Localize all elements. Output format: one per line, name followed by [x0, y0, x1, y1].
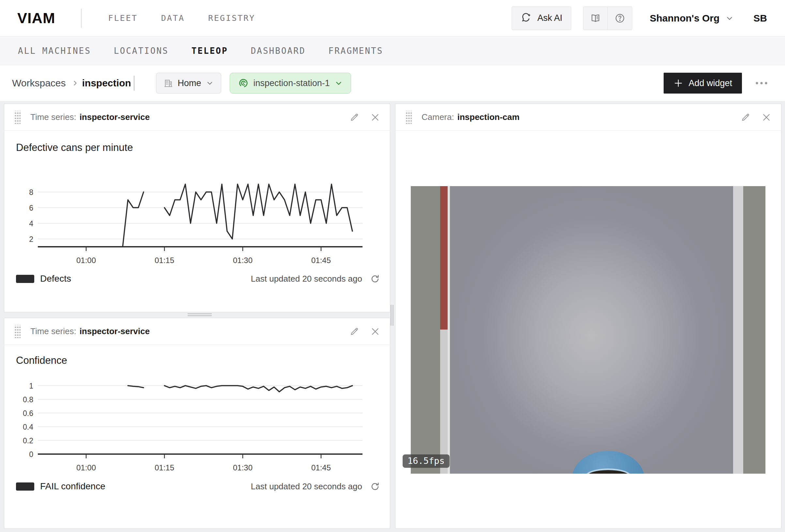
workspace-toolbar: Workspaces inspection Home: [0, 65, 785, 101]
widget-header: Camera: inspection-cam: [396, 104, 781, 131]
overflow-menu-button[interactable]: [755, 81, 768, 85]
svg-text:0.6: 0.6: [23, 409, 33, 418]
close-widget-button[interactable]: [370, 327, 380, 337]
pencil-icon: [349, 112, 359, 122]
widget-source-name: inspection-cam: [457, 112, 520, 122]
edit-widget-button[interactable]: [741, 112, 751, 122]
add-widget-button[interactable]: Add widget: [664, 73, 742, 94]
svg-text:6: 6: [29, 204, 33, 212]
drag-handle-icon[interactable]: [14, 325, 21, 338]
location-selector-button[interactable]: Home: [156, 73, 221, 94]
edit-widget-button[interactable]: [349, 112, 359, 122]
add-widget-label: Add widget: [688, 78, 732, 88]
camera-widget: Camera: inspection-cam: [395, 104, 781, 529]
nav-registry[interactable]: REGISTRY: [208, 14, 255, 23]
light-guide-stripe: [440, 329, 448, 474]
chevron-down-icon: [725, 14, 734, 23]
chart-title: Defective cans per minute: [16, 142, 133, 154]
svg-text:0.8: 0.8: [23, 395, 33, 404]
svg-text:1: 1: [29, 382, 33, 390]
edit-widget-button[interactable]: [349, 327, 359, 337]
right-edge-line: [733, 186, 743, 474]
pencil-icon: [349, 327, 359, 337]
conveyor-surface: [450, 186, 733, 474]
left-edge-line: [448, 186, 450, 474]
tab-all-machines[interactable]: ALL MACHINES: [18, 46, 91, 56]
help-button[interactable]: [608, 7, 632, 30]
machine-online-icon: [238, 78, 249, 89]
widget-type-label: Time series:: [30, 326, 76, 337]
close-icon: [370, 327, 380, 337]
refresh-icon: [370, 481, 380, 491]
ask-ai-button[interactable]: Ask AI: [512, 6, 571, 30]
svg-text:01:45: 01:45: [311, 256, 331, 265]
org-name: Shannon's Org: [650, 13, 720, 24]
svg-text:01:45: 01:45: [311, 463, 331, 472]
tab-dashboard[interactable]: DASHBOARD: [251, 46, 306, 56]
legend-swatch: [16, 275, 34, 283]
refresh-icon: [370, 274, 380, 284]
machine-name: inspection-station-1: [254, 78, 330, 88]
docs-button[interactable]: [583, 7, 608, 30]
svg-text:0.4: 0.4: [23, 423, 33, 431]
camera-feed-image: [411, 186, 765, 474]
machine-selector-chip[interactable]: inspection-station-1: [230, 73, 351, 94]
pencil-icon: [741, 112, 751, 122]
help-button-group: [583, 6, 632, 30]
user-avatar[interactable]: SB: [753, 13, 767, 24]
timeseries-widget-defects: Time series: inspector-service Defective…: [4, 104, 390, 312]
primary-nav: FLEET DATA REGISTRY: [108, 14, 255, 23]
defects-line-chart: 246801:0001:1501:3001:45: [4, 172, 390, 270]
refresh-button[interactable]: [370, 481, 380, 491]
svg-text:0: 0: [29, 450, 33, 459]
last-updated-text: Last updated 20 seconds ago: [251, 274, 362, 284]
top-right-controls: Ask AI: [512, 6, 767, 30]
workspace-name-caret: [134, 76, 134, 90]
drag-handle-icon[interactable]: [405, 111, 412, 124]
chevron-right-icon: [71, 79, 79, 87]
close-icon: [761, 112, 771, 122]
svg-text:01:00: 01:00: [76, 463, 96, 472]
widget-source-name: inspector-service: [80, 326, 150, 337]
refresh-button[interactable]: [370, 274, 380, 284]
workspace-name[interactable]: inspection: [82, 78, 131, 89]
building-icon: [163, 78, 173, 88]
svg-text:01:30: 01:30: [233, 463, 253, 472]
breadcrumb-workspaces[interactable]: Workspaces: [12, 78, 66, 89]
nav-fleet[interactable]: FLEET: [108, 14, 138, 23]
conveyor-left-rail: [411, 186, 440, 474]
chevron-down-icon: [334, 79, 343, 87]
tab-teleop[interactable]: TELEOP: [192, 46, 228, 56]
row-resize-handle[interactable]: [187, 313, 212, 316]
svg-text:0.2: 0.2: [23, 436, 33, 445]
fleet-subnav: ALL MACHINES LOCATIONS TELEOP DASHBOARD …: [0, 37, 785, 65]
viam-logo[interactable]: VIAM: [17, 10, 55, 27]
chart-title: Confidence: [16, 355, 67, 366]
tab-locations[interactable]: LOCATIONS: [114, 46, 169, 56]
close-widget-button[interactable]: [761, 112, 771, 122]
org-switcher[interactable]: Shannon's Org: [650, 13, 734, 24]
open-book-icon: [590, 13, 601, 24]
legend-swatch: [16, 482, 34, 490]
legend-row: Defects Last updated 20 seconds ago: [16, 273, 380, 284]
svg-text:4: 4: [29, 219, 33, 228]
tab-fragments[interactable]: FRAGMENTS: [329, 46, 383, 56]
widget-type-label: Camera:: [422, 112, 454, 122]
column-resize-handle[interactable]: [390, 305, 394, 326]
widget-type-label: Time series:: [30, 112, 76, 122]
conveyor-right-rail: [743, 186, 765, 474]
drag-handle-icon[interactable]: [14, 111, 21, 124]
close-icon: [370, 112, 380, 122]
plus-icon: [674, 78, 683, 88]
ellipsis-icon: [755, 81, 768, 85]
close-widget-button[interactable]: [370, 112, 380, 122]
ask-ai-sparkle-icon: [521, 12, 532, 24]
nav-data[interactable]: DATA: [161, 14, 185, 23]
top-bar: VIAM FLEET DATA REGISTRY Ask AI: [0, 0, 785, 36]
fps-badge: 16.5fps: [403, 454, 450, 468]
widget-header: Time series: inspector-service: [4, 318, 390, 345]
logo-divider: [81, 9, 81, 28]
timeseries-widget-confidence: Time series: inspector-service Confidenc…: [4, 318, 390, 529]
ask-ai-label: Ask AI: [537, 13, 562, 23]
widget-board: Time series: inspector-service Defective…: [0, 101, 785, 532]
